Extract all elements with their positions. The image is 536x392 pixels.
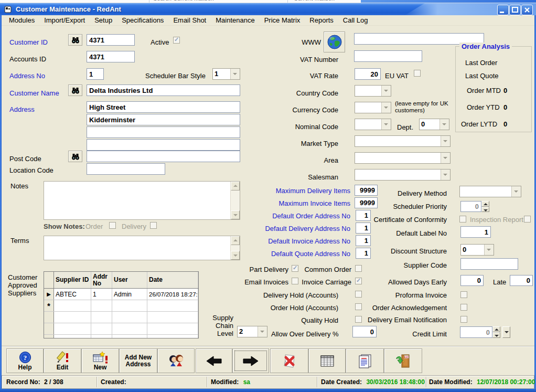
location-code-field[interactable] [87, 163, 165, 175]
salesman-combo[interactable] [355, 169, 451, 181]
credit-limit-dropdown-button[interactable] [502, 326, 510, 338]
previous-record-button[interactable] [196, 348, 232, 373]
window-title: Customer Maintenance - RedAnt [16, 5, 121, 13]
col-addr-no: Addr No [91, 272, 112, 288]
show-notes-order-checkbox[interactable] [109, 222, 116, 229]
address-line-1-field[interactable] [87, 101, 240, 113]
supplier-code-field[interactable] [460, 258, 518, 270]
menu-modules[interactable]: Modules [4, 15, 39, 26]
nominal-code-combo[interactable] [355, 119, 391, 130]
menu-call-log[interactable]: Call Log [338, 15, 373, 26]
order-hold-checkbox[interactable] [355, 303, 362, 310]
spin-down-icon[interactable] [481, 207, 489, 213]
scheduler-priority-field[interactable] [460, 201, 481, 212]
proforma-invoice-checkbox[interactable] [460, 291, 467, 298]
customer-id-search-button[interactable] [68, 34, 82, 46]
delete-record-button[interactable] [270, 348, 308, 373]
contacts-button[interactable] [157, 348, 195, 373]
supplier-empty-row[interactable] [44, 312, 198, 323]
menu-maintenance[interactable]: Maintenance [211, 15, 259, 26]
maximize-button[interactable] [509, 5, 521, 15]
supplier-new-row[interactable]: * [44, 300, 198, 312]
allowed-days-early-field[interactable] [460, 275, 484, 286]
eu-vat-checkbox[interactable] [414, 70, 421, 77]
currency-code-combo[interactable] [355, 102, 391, 113]
supply-chain-level-combo[interactable]: 2 [237, 326, 267, 337]
chevron-down-icon [441, 136, 450, 146]
terms-label: Terms [10, 237, 29, 245]
add-new-address-button[interactable]: Add New Address [119, 348, 157, 373]
default-order-address-label: Default Order Address No [231, 212, 350, 220]
supplier-empty-row[interactable] [44, 335, 198, 338]
address-line-2-field[interactable] [87, 114, 240, 125]
discount-structure-combo[interactable]: 0 [460, 244, 494, 256]
invoice-carriage-label: Invoice Carriage [294, 278, 351, 286]
default-quote-address-label: Default Quote Address No [231, 250, 350, 258]
order-lytd-label: Order LYTD [461, 120, 497, 128]
help-button[interactable]: ? Help [6, 348, 44, 373]
customer-id-field[interactable] [87, 34, 135, 46]
report-button[interactable] [346, 348, 384, 373]
delivery-method-combo[interactable] [459, 186, 521, 197]
vat-rate-field[interactable] [355, 68, 381, 80]
country-code-combo[interactable] [355, 85, 391, 97]
inspection-report-checkbox[interactable] [524, 216, 531, 223]
menu-email-shot[interactable]: Email Shot [168, 15, 211, 26]
dept-label: Dept. [397, 123, 413, 131]
menu-setup[interactable]: Setup [90, 15, 117, 26]
menu-import-export[interactable]: Import/Export [39, 15, 90, 26]
certificate-of-conformity-checkbox[interactable] [459, 216, 466, 223]
scheduler-priority-spinner[interactable] [481, 201, 489, 212]
delivery-hold-label: Delivery Hold (Accounts) [231, 291, 338, 299]
post-code-search-button[interactable] [68, 151, 82, 162]
quality-hold-checkbox[interactable] [355, 316, 362, 323]
address-line-4-field[interactable] [87, 139, 240, 151]
active-checkbox[interactable] [173, 37, 180, 44]
approved-suppliers-grid[interactable]: Supplier ID Addr No User Date ▶ ABTEC 1 … [44, 271, 199, 338]
notes-input[interactable] [44, 181, 240, 220]
edit-button[interactable]: Edit [44, 348, 81, 373]
titlebar[interactable]: Customer Maintenance - RedAnt [0, 3, 536, 15]
status-bar: Record No: 2 / 308 Created: Modified: sa… [2, 375, 534, 389]
supplier-empty-row[interactable] [44, 323, 198, 335]
spin-up-icon[interactable] [492, 326, 500, 332]
new-button[interactable]: New [81, 348, 119, 373]
minimize-button[interactable] [497, 5, 509, 15]
show-notes-delivery-checkbox[interactable] [150, 222, 157, 229]
post-code-field[interactable] [87, 151, 240, 162]
menu-reports[interactable]: Reports [305, 15, 338, 26]
report-icon [358, 354, 372, 368]
menu-specifications[interactable]: Specifications [117, 15, 168, 26]
customer-name-search-button[interactable] [68, 84, 82, 96]
address-line-3-field[interactable] [87, 126, 240, 138]
supplier-row[interactable]: ▶ ABTEC 1 Admin 26/07/2018 18:27:00 [44, 289, 198, 300]
close-button[interactable] [521, 5, 533, 15]
market-type-combo[interactable] [355, 135, 451, 147]
www-globe-button[interactable] [324, 31, 345, 52]
common-order-checkbox[interactable] [355, 265, 362, 272]
menu-price-matrix[interactable]: Price Matrix [260, 15, 305, 26]
delivery-email-notification-checkbox[interactable] [460, 316, 467, 323]
delivery-hold-checkbox[interactable] [355, 291, 362, 298]
customer-name-field[interactable] [87, 84, 240, 96]
dept-combo[interactable]: 0 [419, 119, 449, 130]
late-label: Late [493, 278, 506, 286]
next-record-button[interactable] [232, 348, 269, 373]
allowed-days-late-field[interactable] [510, 275, 533, 286]
address-no-field[interactable] [87, 68, 104, 80]
credit-limit-spinner[interactable] [492, 326, 500, 338]
order-acknowledgement-checkbox[interactable] [460, 304, 467, 311]
spin-down-icon[interactable] [492, 332, 500, 338]
spin-up-icon[interactable] [481, 201, 489, 207]
area-combo[interactable] [355, 152, 451, 164]
customer-maintenance-window: Search Current Mailbox Current Mailbox C… [0, 0, 536, 392]
terms-input[interactable] [44, 236, 240, 260]
credit-limit-field[interactable] [460, 326, 492, 338]
accounts-id-field[interactable] [87, 51, 135, 62]
grid-view-button[interactable] [308, 348, 346, 373]
invoice-carriage-checkbox[interactable] [355, 278, 362, 284]
default-label-no-field[interactable] [460, 226, 491, 238]
vat-number-field[interactable] [354, 50, 422, 62]
scheduler-bar-style-combo[interactable]: 1 [212, 68, 240, 80]
exit-button[interactable]: EXIT [384, 348, 422, 373]
